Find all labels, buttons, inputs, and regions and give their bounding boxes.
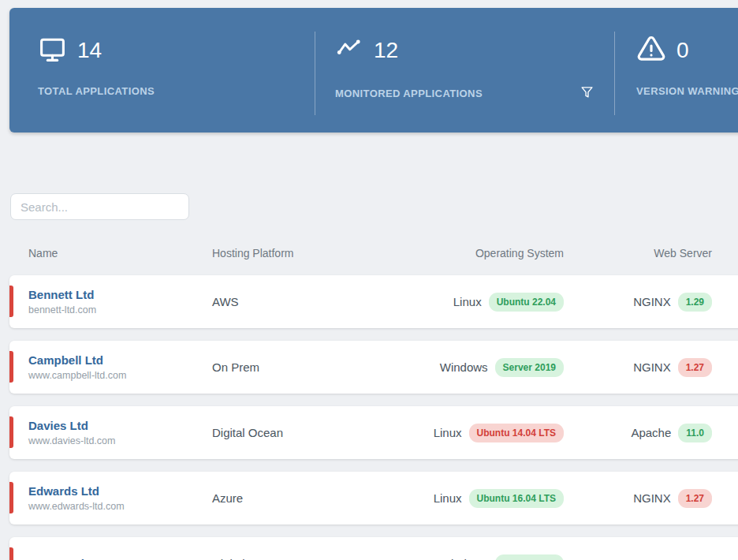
filter-icon: [580, 85, 594, 101]
os-name: Linux: [434, 491, 462, 505]
column-header-hosting-platform: Hosting Platform: [212, 247, 449, 259]
os-name: Linux: [453, 295, 482, 308]
table-header: Name Hosting Platform Operating System W…: [9, 247, 738, 259]
monitored-applications-label: MONITORED APPLICATIONS: [335, 88, 483, 99]
table-row[interactable]: Green Ltd Digital Ocean Windows Server 2…: [9, 537, 738, 560]
table-row[interactable]: Edwards Ltd www.edwards-ltd.com Azure Li…: [9, 472, 738, 525]
web-server-name: NGINX: [633, 295, 671, 308]
app-domain: bennett-ltd.com: [28, 304, 212, 315]
total-applications-label: TOTAL APPLICATIONS: [38, 85, 155, 97]
activity-icon: [335, 35, 363, 66]
os-version-badge: Ubuntu 16.04 LTS: [469, 489, 564, 508]
hosting-platform-value: Azure: [212, 491, 449, 505]
web-server-name: NGINX: [633, 360, 671, 374]
app-domain: www.davies-ltd.com: [28, 435, 212, 446]
app-name-link[interactable]: Bennett Ltd: [28, 288, 212, 301]
server-version-badge: 1.27: [678, 489, 712, 508]
hosting-platform-value: Digital Ocean: [212, 426, 449, 439]
os-name: Windows: [440, 360, 488, 374]
stat-total-applications: 14 TOTAL APPLICATIONS: [9, 8, 315, 133]
column-header-web-server: Web Server: [564, 247, 712, 259]
warning-icon: [636, 34, 666, 67]
table-row[interactable]: Campbell Ltd www.campbell-ltd.com On Pre…: [9, 341, 738, 394]
web-server-name: NGINX: [633, 491, 671, 505]
version-warnings-value: 0: [676, 38, 689, 63]
web-server-name: NGINX: [674, 557, 712, 560]
os-version-badge: Ubuntu 22.04: [489, 293, 564, 312]
version-warnings-label: VERSION WARNINGS: [636, 85, 738, 97]
page: 14 TOTAL APPLICATIONS 12 MONITORED APPLI…: [0, 8, 738, 560]
search-input[interactable]: [10, 193, 189, 220]
table-row[interactable]: Davies Ltd www.davies-ltd.com Digital Oc…: [9, 406, 738, 459]
stat-monitored-applications: 12 MONITORED APPLICATIONS: [315, 8, 614, 133]
app-name-link[interactable]: Davies Ltd: [28, 419, 212, 432]
hosting-platform-value: On Prem: [212, 360, 449, 374]
stats-header-card: 14 TOTAL APPLICATIONS 12 MONITORED APPLI…: [9, 8, 738, 133]
app-domain: www.campbell-ltd.com: [28, 370, 212, 381]
os-version-badge: Server 2019: [495, 554, 564, 560]
filter-button[interactable]: [580, 85, 594, 101]
stat-version-warnings: 0 VERSION WARNINGS: [615, 8, 738, 133]
server-version-badge: 11.0: [678, 424, 712, 442]
os-name: Windows: [440, 557, 488, 560]
app-domain: www.edwards-ltd.com: [28, 501, 212, 512]
app-name-link[interactable]: Edwards Ltd: [28, 484, 212, 498]
server-version-badge: 1.27: [678, 358, 712, 377]
monitored-applications-value: 12: [374, 38, 398, 63]
column-header-name: Name: [28, 247, 212, 259]
table-row[interactable]: Bennett Ltd bennett-ltd.com AWS Linux Ub…: [9, 275, 738, 328]
os-name: Linux: [434, 426, 462, 439]
web-server-name: Apache: [631, 426, 671, 439]
hosting-platform-value: Digital Ocean: [212, 557, 449, 560]
hosting-platform-value: AWS: [212, 295, 449, 308]
total-applications-value: 14: [77, 38, 102, 63]
os-version-badge: Server 2019: [495, 358, 564, 377]
table-body: Bennett Ltd bennett-ltd.com AWS Linux Ub…: [9, 275, 738, 560]
monitor-icon: [38, 35, 67, 67]
os-version-badge: Ubuntu 14.04 LTS: [469, 424, 564, 442]
app-name-link[interactable]: Green Ltd: [28, 557, 212, 560]
app-name-link[interactable]: Campbell Ltd: [28, 353, 212, 367]
column-header-operating-system: Operating System: [449, 247, 564, 259]
server-version-badge: 1.29: [678, 293, 712, 312]
